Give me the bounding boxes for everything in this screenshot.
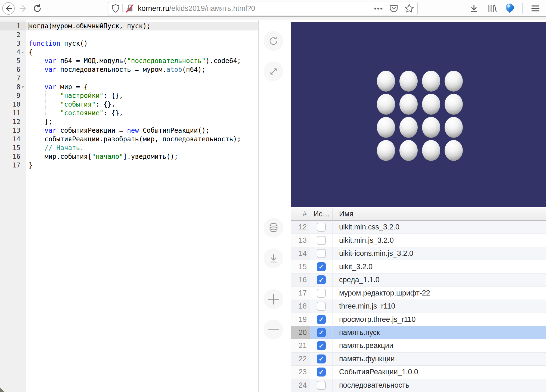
line-number[interactable]: 10 [0,100,26,109]
table-row[interactable]: 13uikit.min.js_3.2.0 [291,234,546,247]
table-row[interactable]: 21✓память.реакции [291,339,546,352]
sphere [445,71,463,92]
use-checkbox[interactable] [317,302,326,311]
tracking-shield-icon[interactable] [111,4,120,13]
use-checkbox[interactable]: ✓ [317,328,326,337]
code-line[interactable]: var последовательность = муром.atob(п64)… [26,65,258,74]
use-checkbox[interactable] [317,381,326,390]
code-line[interactable] [26,74,258,83]
code-line[interactable] [26,30,258,39]
refresh-button[interactable] [263,31,283,51]
code-line[interactable]: "настройки": {}, [26,91,258,100]
line-number[interactable]: 14 [0,135,26,144]
use-cell: ✓ [310,260,333,273]
line-number[interactable]: 9 [0,91,26,100]
forward-icon [19,4,27,13]
database-button[interactable] [263,218,283,238]
row-number: 22 [291,353,310,366]
downloads-button[interactable] [469,4,479,13]
use-checkbox[interactable]: ✓ [317,315,326,324]
table-row[interactable]: 22✓память.функции [291,353,546,366]
use-checkbox[interactable]: ✓ [317,368,326,377]
table-row[interactable]: 23✓СобытияРеакции_1.0.0 [291,366,546,379]
line-number[interactable]: 3 [0,39,26,48]
reload-button[interactable] [33,4,42,13]
table-row[interactable]: 24последовательность [291,379,546,392]
line-number[interactable]: 13 [0,126,26,135]
use-cell [310,247,333,260]
table-row[interactable]: 19✓просмотр.three.js_r110 [291,313,546,326]
three-viewport[interactable] [291,22,546,207]
library-button[interactable] [487,4,497,13]
table-row[interactable]: 16✓среда_1.1.0 [291,273,546,287]
line-number[interactable]: 11 [0,109,26,117]
column-header-number[interactable]: # [291,208,310,220]
fold-arrow-icon[interactable]: ▾ [20,50,25,54]
table-row[interactable]: 14uikit-icons.min.js_3.2.0 [291,247,546,260]
back-button[interactable] [2,2,15,15]
line-number[interactable]: 16 [0,152,26,161]
code-line[interactable]: "состояние": {}, [26,109,258,117]
url-bar[interactable]: kornerr.ru/ekids2019/память.html?0 ••• [108,2,418,15]
pocket-icon[interactable] [389,4,398,13]
fold-arrow-icon[interactable]: ▾ [20,85,25,89]
line-number[interactable]: 7 [0,74,26,83]
table-header: # Ис… Имя [291,208,546,221]
code-lines[interactable]: когда(муром.обычныйПуск, пуск);function … [26,22,258,170]
code-editor[interactable]: 1234▾5678▾91011121314151617 когда(муром.… [0,20,258,392]
code-line[interactable]: var событияРеакции = new СобытияРеакции(… [26,126,258,135]
line-number[interactable]: 6 [0,65,26,74]
module-name: three.min.js_r110 [333,300,546,313]
code-line[interactable]: function пуск() [26,39,258,48]
column-header-use[interactable]: Ис… [310,208,333,220]
page-actions-button[interactable]: ••• [374,4,383,13]
menu-button[interactable] [531,4,540,13]
code-line[interactable]: }; [26,117,258,126]
use-checkbox[interactable] [317,223,326,232]
line-number[interactable]: 2 [0,30,26,39]
table-row[interactable]: 18three.min.js_r110 [291,300,546,313]
row-number: 13 [291,234,310,247]
use-checkbox[interactable] [317,249,326,258]
use-cell: ✓ [310,353,333,366]
line-number[interactable]: 12 [0,117,26,126]
download-module-button[interactable] [263,248,283,268]
table-row[interactable]: 17муром.редактор.шрифт-22 [291,287,546,300]
use-checkbox[interactable]: ✓ [317,262,326,271]
code-line[interactable]: событияРеакции.разобрать(мир, последоват… [26,135,258,144]
forward-button[interactable] [19,4,27,13]
use-checkbox[interactable] [317,236,326,245]
table-row[interactable]: 15✓uikit_3.2.0 [291,260,546,273]
row-number: 14 [291,247,310,260]
line-number[interactable]: 4▾ [0,48,26,57]
line-number[interactable]: 1 [0,22,26,30]
remove-button[interactable] [263,320,283,340]
code-line[interactable]: { [26,48,258,57]
code-line[interactable]: var п64 = МОД.модуль("последовательность… [26,57,258,65]
pane-divider [258,20,259,392]
code-line[interactable]: когда(муром.обычныйПуск, пуск); [26,22,258,30]
code-line[interactable]: } [26,161,258,170]
bookmark-star-icon[interactable] [404,4,414,13]
code-line[interactable]: // Начать. [26,144,258,152]
sphere [399,71,418,92]
use-checkbox[interactable]: ✓ [317,354,326,363]
column-header-name[interactable]: Имя [333,208,546,220]
table-row[interactable]: 20✓память.пуск [291,326,546,339]
insecure-lock-icon[interactable] [125,4,135,13]
url-path: /ekids2019/память.html?0 [169,4,255,13]
code-line[interactable]: var мир = { [26,83,258,91]
add-button[interactable] [263,289,283,309]
expand-button[interactable] [263,61,283,81]
use-checkbox[interactable] [317,289,326,298]
extension-drop-icon[interactable] [505,3,514,14]
code-line[interactable]: мир.события["начало"].уведомить(); [26,152,258,161]
use-checkbox[interactable]: ✓ [317,341,326,350]
use-checkbox[interactable]: ✓ [317,275,326,284]
table-row[interactable]: 12uikit.min.css_3.2.0 [291,221,546,234]
line-number[interactable]: 15 [0,144,26,152]
line-number[interactable]: 17 [0,161,26,170]
line-number[interactable]: 5 [0,57,26,65]
code-line[interactable]: "события": {}, [26,100,258,109]
line-number[interactable]: 8▾ [0,83,26,91]
